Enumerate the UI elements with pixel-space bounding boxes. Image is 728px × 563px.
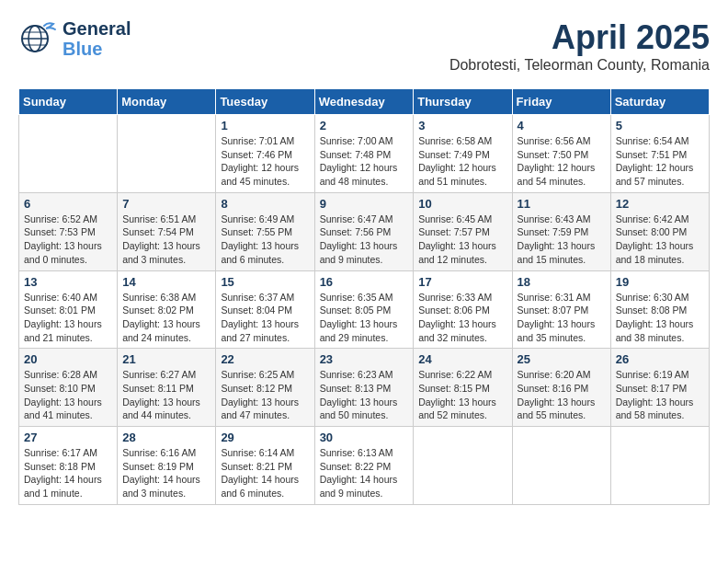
- day-number: 21: [122, 352, 210, 366]
- calendar-day-cell: 10Sunrise: 6:45 AM Sunset: 7:57 PM Dayli…: [414, 192, 512, 270]
- calendar-header-row: SundayMondayTuesdayWednesdayThursdayFrid…: [19, 89, 710, 115]
- day-number: 25: [518, 352, 606, 366]
- weekday-header-wednesday: Wednesday: [314, 89, 414, 115]
- calendar-day-cell: 18Sunrise: 6:31 AM Sunset: 8:07 PM Dayli…: [512, 270, 610, 349]
- day-info: Sunrise: 6:37 AM Sunset: 8:04 PM Dayligh…: [221, 291, 309, 345]
- day-info: Sunrise: 6:17 AM Sunset: 8:18 PM Dayligh…: [24, 446, 112, 500]
- day-number: 30: [320, 431, 409, 444]
- empty-day-cell: [414, 427, 512, 505]
- location-title: Dobrotesti, Teleorman County, Romania: [449, 57, 710, 74]
- calendar-day-cell: 25Sunrise: 6:20 AM Sunset: 8:16 PM Dayli…: [512, 349, 610, 427]
- calendar-day-cell: 22Sunrise: 6:25 AM Sunset: 8:12 PM Dayli…: [216, 349, 314, 427]
- calendar-week-row: 20Sunrise: 6:28 AM Sunset: 8:10 PM Dayli…: [19, 349, 710, 427]
- page-header: General Blue April 2025 Dobrotesti, Tele…: [18, 18, 710, 74]
- calendar-week-row: 6Sunrise: 6:52 AM Sunset: 7:53 PM Daylig…: [19, 192, 710, 270]
- day-info: Sunrise: 6:49 AM Sunset: 7:55 PM Dayligh…: [221, 213, 309, 267]
- calendar-day-cell: 6Sunrise: 6:52 AM Sunset: 7:53 PM Daylig…: [19, 192, 118, 270]
- day-number: 15: [221, 275, 309, 289]
- calendar-day-cell: 8Sunrise: 6:49 AM Sunset: 7:55 PM Daylig…: [216, 192, 314, 270]
- day-info: Sunrise: 6:54 AM Sunset: 7:51 PM Dayligh…: [616, 134, 704, 189]
- day-number: 24: [418, 352, 506, 366]
- logo-icon: [18, 18, 59, 59]
- day-info: Sunrise: 6:56 AM Sunset: 7:50 PM Dayligh…: [518, 134, 606, 189]
- day-info: Sunrise: 6:52 AM Sunset: 7:53 PM Dayligh…: [24, 213, 112, 267]
- day-info: Sunrise: 6:30 AM Sunset: 8:08 PM Dayligh…: [616, 291, 704, 345]
- day-info: Sunrise: 6:13 AM Sunset: 8:22 PM Dayligh…: [320, 446, 409, 500]
- day-number: 23: [320, 352, 409, 366]
- calendar-day-cell: 3Sunrise: 6:58 AM Sunset: 7:49 PM Daylig…: [414, 115, 512, 193]
- calendar-day-cell: 19Sunrise: 6:30 AM Sunset: 8:08 PM Dayli…: [610, 270, 709, 349]
- day-info: Sunrise: 6:19 AM Sunset: 8:17 PM Dayligh…: [616, 368, 704, 422]
- weekday-header-thursday: Thursday: [414, 89, 512, 115]
- empty-day-cell: [118, 115, 216, 193]
- calendar-table: SundayMondayTuesdayWednesdayThursdayFrid…: [18, 88, 710, 505]
- day-number: 27: [24, 431, 112, 444]
- day-number: 5: [616, 119, 704, 132]
- weekday-header-saturday: Saturday: [610, 89, 709, 115]
- day-number: 29: [221, 431, 309, 444]
- weekday-header-tuesday: Tuesday: [216, 89, 314, 115]
- calendar-day-cell: 1Sunrise: 7:01 AM Sunset: 7:46 PM Daylig…: [216, 115, 314, 193]
- day-info: Sunrise: 6:40 AM Sunset: 8:01 PM Dayligh…: [24, 291, 112, 345]
- calendar-week-row: 27Sunrise: 6:17 AM Sunset: 8:18 PM Dayli…: [19, 427, 710, 505]
- calendar-day-cell: 20Sunrise: 6:28 AM Sunset: 8:10 PM Dayli…: [19, 349, 118, 427]
- logo-line1: General: [63, 18, 131, 39]
- day-info: Sunrise: 6:38 AM Sunset: 8:02 PM Dayligh…: [122, 291, 210, 345]
- day-info: Sunrise: 7:00 AM Sunset: 7:48 PM Dayligh…: [320, 134, 409, 189]
- weekday-header-friday: Friday: [512, 89, 610, 115]
- day-info: Sunrise: 6:31 AM Sunset: 8:07 PM Dayligh…: [518, 291, 606, 345]
- day-number: 18: [518, 275, 606, 289]
- calendar-day-cell: 26Sunrise: 6:19 AM Sunset: 8:17 PM Dayli…: [610, 349, 709, 427]
- day-info: Sunrise: 6:20 AM Sunset: 8:16 PM Dayligh…: [518, 368, 606, 422]
- day-number: 12: [616, 197, 704, 211]
- day-info: Sunrise: 6:42 AM Sunset: 8:00 PM Dayligh…: [616, 213, 704, 267]
- day-number: 8: [221, 197, 309, 211]
- day-number: 1: [221, 119, 309, 132]
- calendar-day-cell: 28Sunrise: 6:16 AM Sunset: 8:19 PM Dayli…: [118, 427, 216, 505]
- calendar-day-cell: 7Sunrise: 6:51 AM Sunset: 7:54 PM Daylig…: [118, 192, 216, 270]
- calendar-day-cell: 2Sunrise: 7:00 AM Sunset: 7:48 PM Daylig…: [314, 115, 414, 193]
- day-number: 26: [616, 352, 704, 366]
- calendar-day-cell: 4Sunrise: 6:56 AM Sunset: 7:50 PM Daylig…: [512, 115, 610, 193]
- day-number: 22: [221, 352, 309, 366]
- day-info: Sunrise: 6:27 AM Sunset: 8:11 PM Dayligh…: [122, 368, 210, 422]
- calendar-day-cell: 24Sunrise: 6:22 AM Sunset: 8:15 PM Dayli…: [414, 349, 512, 427]
- day-info: Sunrise: 6:14 AM Sunset: 8:21 PM Dayligh…: [221, 446, 309, 500]
- day-info: Sunrise: 6:58 AM Sunset: 7:49 PM Dayligh…: [418, 134, 506, 189]
- title-block: April 2025 Dobrotesti, Teleorman County,…: [449, 18, 710, 74]
- calendar-day-cell: 17Sunrise: 6:33 AM Sunset: 8:06 PM Dayli…: [414, 270, 512, 349]
- day-info: Sunrise: 6:45 AM Sunset: 7:57 PM Dayligh…: [418, 213, 506, 267]
- day-number: 9: [320, 197, 409, 211]
- day-number: 17: [418, 275, 506, 289]
- day-info: Sunrise: 6:22 AM Sunset: 8:15 PM Dayligh…: [418, 368, 506, 422]
- calendar-day-cell: 30Sunrise: 6:13 AM Sunset: 8:22 PM Dayli…: [314, 427, 414, 505]
- day-info: Sunrise: 6:23 AM Sunset: 8:13 PM Dayligh…: [320, 368, 409, 422]
- empty-day-cell: [19, 115, 118, 193]
- calendar-day-cell: 27Sunrise: 6:17 AM Sunset: 8:18 PM Dayli…: [19, 427, 118, 505]
- day-number: 19: [616, 275, 704, 289]
- day-info: Sunrise: 6:25 AM Sunset: 8:12 PM Dayligh…: [221, 368, 309, 422]
- day-number: 10: [418, 197, 506, 211]
- weekday-header-sunday: Sunday: [19, 89, 118, 115]
- day-number: 13: [24, 275, 112, 289]
- day-info: Sunrise: 7:01 AM Sunset: 7:46 PM Dayligh…: [221, 134, 309, 189]
- weekday-header-monday: Monday: [118, 89, 216, 115]
- day-number: 3: [418, 119, 506, 132]
- day-number: 11: [518, 197, 606, 211]
- day-info: Sunrise: 6:43 AM Sunset: 7:59 PM Dayligh…: [518, 213, 606, 267]
- calendar-day-cell: 16Sunrise: 6:35 AM Sunset: 8:05 PM Dayli…: [314, 270, 414, 349]
- empty-day-cell: [610, 427, 709, 505]
- day-info: Sunrise: 6:47 AM Sunset: 7:56 PM Dayligh…: [320, 213, 409, 267]
- calendar-day-cell: 15Sunrise: 6:37 AM Sunset: 8:04 PM Dayli…: [216, 270, 314, 349]
- calendar-day-cell: 21Sunrise: 6:27 AM Sunset: 8:11 PM Dayli…: [118, 349, 216, 427]
- calendar-day-cell: 11Sunrise: 6:43 AM Sunset: 7:59 PM Dayli…: [512, 192, 610, 270]
- month-title: April 2025: [449, 18, 710, 57]
- calendar-day-cell: 29Sunrise: 6:14 AM Sunset: 8:21 PM Dayli…: [216, 427, 314, 505]
- day-number: 4: [518, 119, 606, 132]
- calendar-day-cell: 12Sunrise: 6:42 AM Sunset: 8:00 PM Dayli…: [610, 192, 709, 270]
- day-number: 28: [122, 431, 210, 444]
- logo-line2: Blue: [63, 39, 131, 59]
- calendar-day-cell: 9Sunrise: 6:47 AM Sunset: 7:56 PM Daylig…: [314, 192, 414, 270]
- day-number: 14: [122, 275, 210, 289]
- day-info: Sunrise: 6:35 AM Sunset: 8:05 PM Dayligh…: [320, 291, 409, 345]
